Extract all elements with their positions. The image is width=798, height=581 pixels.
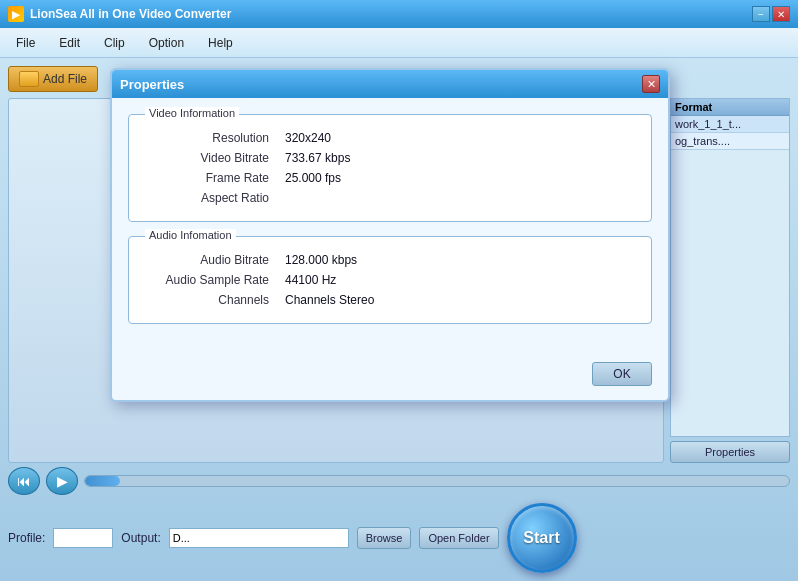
dialog-titlebar: Properties ✕: [112, 70, 668, 98]
audio-info-section: Audio Infomation Audio Bitrate 128.000 k…: [128, 236, 652, 324]
ok-button[interactable]: OK: [592, 362, 652, 386]
minimize-button[interactable]: −: [752, 6, 770, 22]
menu-option[interactable]: Option: [137, 32, 196, 54]
channels-row: Channels Channels Stereo: [145, 293, 635, 307]
video-resolution-row: Resolution 320x240: [145, 131, 635, 145]
menu-edit[interactable]: Edit: [47, 32, 92, 54]
menu-help[interactable]: Help: [196, 32, 245, 54]
resolution-label: Resolution: [145, 131, 285, 145]
frame-rate-value: 25.000 fps: [285, 171, 341, 185]
audio-sample-rate-row: Audio Sample Rate 44100 Hz: [145, 273, 635, 287]
dialog-body: Video Information Resolution 320x240 Vid…: [112, 98, 668, 354]
frame-rate-label: Frame Rate: [145, 171, 285, 185]
aspect-ratio-row: Aspect Ratio: [145, 191, 635, 205]
resolution-value: 320x240: [285, 131, 331, 145]
properties-dialog: Properties ✕ Video Information Resolutio…: [110, 68, 670, 402]
dialog-footer: OK: [112, 354, 668, 400]
video-info-section: Video Information Resolution 320x240 Vid…: [128, 114, 652, 222]
video-section-legend: Video Information: [145, 107, 239, 119]
aspect-ratio-label: Aspect Ratio: [145, 191, 285, 205]
dialog-title: Properties: [120, 77, 184, 92]
audio-sample-rate-label: Audio Sample Rate: [145, 273, 285, 287]
title-bar: ▶ LionSea All in One Video Converter − ✕: [0, 0, 798, 28]
main-area: Add File Format work_1_1_t... og_trans..…: [0, 58, 798, 581]
audio-section-legend: Audio Infomation: [145, 229, 236, 241]
dialog-overlay: Properties ✕ Video Information Resolutio…: [0, 58, 798, 581]
audio-bitrate-row: Audio Bitrate 128.000 kbps: [145, 253, 635, 267]
menu-file[interactable]: File: [4, 32, 47, 54]
audio-bitrate-label: Audio Bitrate: [145, 253, 285, 267]
channels-label: Channels: [145, 293, 285, 307]
channels-value: Channels Stereo: [285, 293, 374, 307]
video-bitrate-label: Video Bitrate: [145, 151, 285, 165]
video-bitrate-value: 733.67 kbps: [285, 151, 350, 165]
close-button[interactable]: ✕: [772, 6, 790, 22]
title-controls: − ✕: [752, 6, 790, 22]
window-title: LionSea All in One Video Converter: [30, 7, 231, 21]
audio-bitrate-value: 128.000 kbps: [285, 253, 357, 267]
dialog-close-button[interactable]: ✕: [642, 75, 660, 93]
menu-clip[interactable]: Clip: [92, 32, 137, 54]
app-icon: ▶: [8, 6, 24, 22]
frame-rate-row: Frame Rate 25.000 fps: [145, 171, 635, 185]
menu-bar: File Edit Clip Option Help: [0, 28, 798, 58]
video-bitrate-row: Video Bitrate 733.67 kbps: [145, 151, 635, 165]
audio-sample-rate-value: 44100 Hz: [285, 273, 336, 287]
